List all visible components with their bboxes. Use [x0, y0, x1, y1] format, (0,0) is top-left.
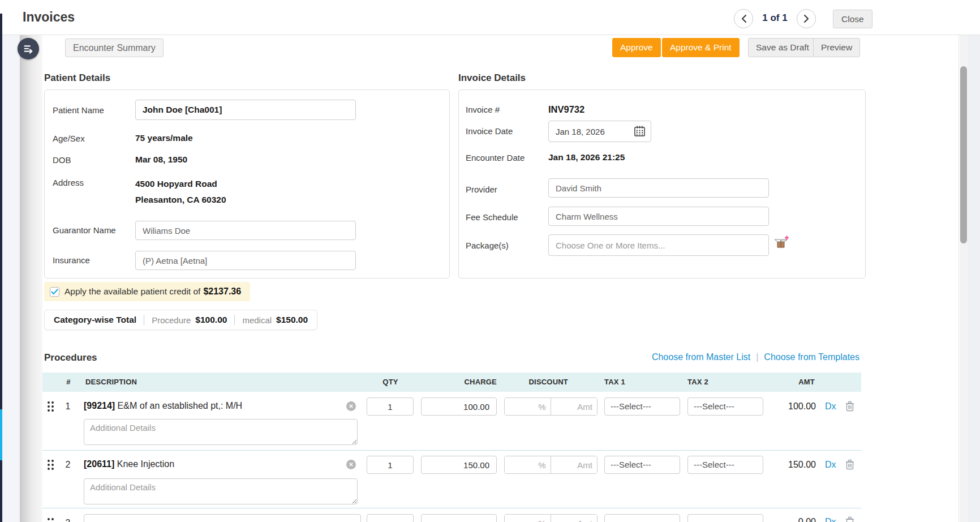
row-number: 2 — [61, 460, 75, 470]
tax2-select[interactable] — [687, 514, 763, 522]
apply-credit-text: Apply the available patient credit of — [65, 286, 200, 297]
col-qty: QTY — [372, 378, 409, 386]
row-amount: 150.00 — [770, 460, 816, 470]
col-charge: CHARGE — [421, 378, 497, 386]
row-separator — [42, 508, 861, 508]
insurance-input[interactable] — [135, 251, 356, 270]
dx-link[interactable]: Dx — [825, 517, 836, 522]
additional-details-textarea[interactable] — [84, 478, 358, 504]
apply-credit-checkbox[interactable] — [50, 287, 59, 297]
category-total-label: Category-wise Total — [54, 315, 136, 325]
discount-group — [504, 397, 598, 416]
col-amt: AMT — [770, 378, 815, 386]
divider — [144, 315, 144, 325]
trash-icon[interactable] — [845, 401, 854, 412]
dx-link[interactable]: Dx — [825, 401, 836, 412]
invoice-date-label: Invoice Date — [466, 126, 513, 136]
charge-input[interactable] — [421, 514, 497, 522]
chevron-left-icon — [741, 14, 747, 23]
packages-input[interactable] — [548, 234, 769, 256]
remove-procedure-icon[interactable]: ✕ — [346, 401, 356, 411]
patient-name-label: Patient Name — [53, 105, 104, 115]
invoice-date-field[interactable] — [548, 121, 651, 142]
close-button[interactable]: Close — [833, 10, 872, 28]
row-amount: 100.00 — [770, 401, 816, 412]
col-tax2: TAX 2 — [687, 378, 708, 386]
row-number: 3 — [61, 518, 75, 522]
chevron-right-icon — [803, 14, 810, 23]
scrollbar-thumb[interactable] — [960, 66, 967, 243]
age-sex-value: 75 years/male — [135, 133, 193, 143]
tax2-select[interactable]: ---Select--- — [687, 456, 763, 474]
invoice-number-label: Invoice # — [466, 105, 500, 114]
fee-schedule-input[interactable] — [548, 207, 769, 226]
col-num: # — [63, 378, 74, 386]
approve-button[interactable]: Approve — [612, 38, 661, 57]
charge-input[interactable] — [421, 397, 497, 416]
address-label: Address — [53, 178, 84, 187]
tax1-select[interactable]: ---Select--- — [604, 456, 680, 474]
trash-icon[interactable] — [845, 516, 854, 522]
discount-percent-input[interactable] — [505, 515, 551, 522]
col-description: DESCRIPTION — [85, 378, 137, 386]
procedure-description: [99214] E&M of an established pt,: M/H — [84, 401, 242, 411]
checkbox-checked-icon — [51, 289, 58, 295]
page-title: Invoices — [23, 10, 75, 25]
guarantor-name-input[interactable] — [135, 221, 356, 240]
collapsed-panel-shadow — [20, 35, 42, 522]
row-amount: 0.00 — [770, 517, 816, 522]
calendar-icon[interactable] — [634, 125, 646, 137]
tax1-select[interactable]: ---Select--- — [604, 397, 680, 416]
remove-procedure-icon[interactable]: ✕ — [346, 460, 356, 469]
patient-credit-banner: Apply the available patient credit of $2… — [44, 282, 250, 301]
trash-icon[interactable] — [845, 459, 854, 470]
next-invoice-button[interactable] — [797, 9, 816, 28]
choose-from-templates-link[interactable]: Choose from Templates — [764, 352, 859, 362]
insurance-label: Insurance — [53, 255, 90, 265]
packages-label: Package(s) — [466, 241, 509, 250]
procedure-code: [99214] — [84, 401, 115, 410]
discount-amount-input[interactable] — [551, 515, 598, 522]
previous-invoice-button[interactable] — [734, 9, 753, 28]
row-number: 1 — [61, 401, 75, 412]
drag-handle-icon[interactable] — [46, 517, 54, 522]
dx-link[interactable]: Dx — [825, 460, 836, 470]
additional-details-textarea[interactable] — [84, 419, 358, 445]
expand-encounter-panel-button[interactable] — [18, 38, 39, 59]
col-discount: DISCOUNT — [504, 378, 568, 386]
discount-amount-input[interactable] — [551, 398, 598, 415]
address-line2: Pleasanton, CA 60320 — [135, 195, 226, 205]
discount-percent-input[interactable] — [505, 398, 551, 415]
window-header: Invoices 1 of 1 Close — [2, 0, 980, 35]
discount-group — [504, 514, 598, 522]
discount-amount-input[interactable] — [551, 456, 598, 473]
qty-input[interactable] — [367, 456, 414, 474]
col-tax1: TAX 1 — [604, 378, 625, 386]
right-gutter — [968, 35, 980, 522]
package-add-icon[interactable] — [773, 235, 789, 251]
dob-value: Mar 08, 1950 — [135, 155, 187, 165]
drag-handle-icon[interactable] — [46, 401, 54, 412]
procedure-description-input[interactable] — [84, 514, 361, 522]
qty-input[interactable] — [367, 397, 414, 416]
approve-and-print-button[interactable]: Approve & Print — [662, 38, 740, 57]
drag-handle-icon[interactable] — [46, 459, 54, 470]
invoices-page: Invoices 1 of 1 Close Encounter Summary … — [0, 0, 980, 522]
choose-from-master-list-link[interactable]: Choose from Master List — [652, 352, 750, 362]
patient-details-card: Patient Name Age/Sex 75 years/male DOB M… — [44, 89, 450, 279]
procedure-description: [20611] Knee Injection — [84, 459, 174, 469]
invoice-pagination: 1 of 1 — [755, 12, 795, 24]
save-as-draft-button[interactable]: Save as Draft — [748, 38, 817, 57]
encounter-summary-button[interactable]: Encounter Summary — [65, 38, 164, 57]
qty-input[interactable] — [367, 514, 414, 522]
encounter-date-value: Jan 18, 2026 21:25 — [548, 152, 625, 162]
charge-input[interactable] — [421, 456, 497, 474]
invoice-number-value: INV9732 — [548, 104, 584, 115]
discount-percent-input[interactable] — [505, 456, 551, 473]
tax2-select[interactable]: ---Select--- — [687, 397, 763, 416]
category-wise-total: Category-wise Total Procedure $100.00 me… — [44, 310, 317, 330]
patient-name-input[interactable] — [135, 100, 356, 120]
tax1-select[interactable] — [604, 514, 680, 522]
preview-button[interactable]: Preview — [813, 38, 860, 57]
provider-input[interactable] — [548, 178, 769, 198]
